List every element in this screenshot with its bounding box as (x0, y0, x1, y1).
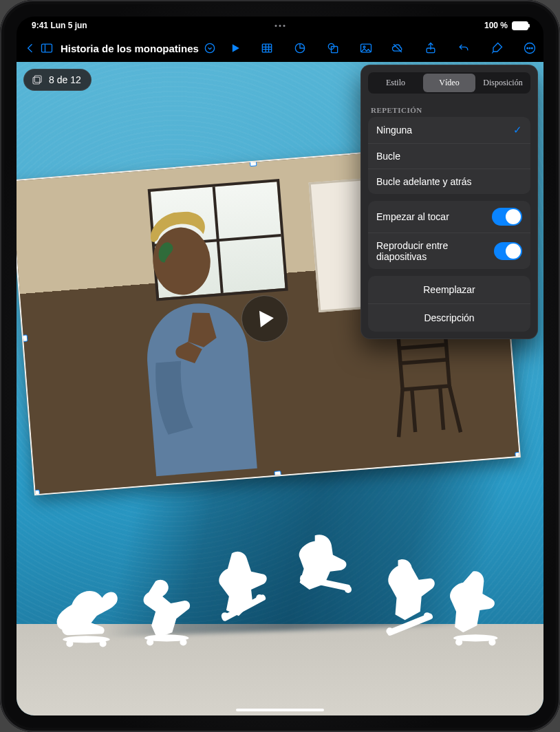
svg-marker-3 (233, 44, 239, 52)
skater-silhouettes (38, 487, 523, 651)
switch-icon[interactable] (494, 242, 522, 260)
svg-rect-0 (42, 44, 52, 52)
play-button[interactable] (225, 38, 246, 58)
app-toolbar: Historia de los monopatines (17, 34, 543, 62)
chart-insert-button[interactable] (290, 38, 310, 58)
repeat-option-loop-back-forth[interactable]: Bucle adelante y atrás (368, 169, 530, 194)
title-dropdown-button[interactable] (203, 38, 217, 58)
svg-point-44 (455, 638, 462, 645)
svg-point-17 (527, 47, 528, 49)
action-list: Reemplazar Descripción (368, 276, 530, 332)
ipad-frame: 9:41 Lun 5 jun 100 % Historia de los mon… (0, 0, 560, 732)
repeat-option-none[interactable]: Ninguna ✓ (368, 117, 530, 144)
option-label: Bucle adelante y atrás (376, 176, 472, 187)
svg-point-38 (300, 577, 307, 584)
table-insert-button[interactable] (257, 38, 277, 58)
toggle-label: Reproducir entre diapositivas (376, 240, 494, 262)
repeat-option-loop[interactable]: Bucle (368, 144, 530, 169)
svg-rect-4 (262, 44, 271, 52)
option-label: Bucle (376, 151, 400, 162)
svg-point-42 (423, 612, 430, 619)
switch-icon[interactable] (492, 208, 522, 226)
svg-point-45 (488, 638, 495, 645)
document-title[interactable]: Historia de los monopatines (61, 43, 199, 54)
action-label: Descripción (424, 312, 474, 323)
slide-canvas[interactable]: 8 de 12 (17, 62, 543, 715)
svg-point-29 (66, 640, 73, 647)
format-inspector-popover: Estilo Vídeo Disposición REPETICIÓN Ning… (360, 65, 538, 339)
status-time-date: 9:41 Lun 5 jun (32, 21, 87, 30)
svg-point-35 (221, 612, 228, 619)
share-button[interactable] (420, 38, 441, 58)
replace-button[interactable]: Reemplazar (368, 276, 530, 304)
svg-point-2 (205, 43, 214, 52)
battery-percent: 100 % (484, 21, 508, 30)
status-date: Lun 5 jun (50, 21, 87, 30)
tab-style[interactable]: Estilo (369, 74, 422, 92)
home-indicator[interactable] (236, 709, 324, 711)
sidebar-toggle-button[interactable] (40, 38, 54, 58)
format-brush-button[interactable] (486, 38, 507, 58)
shape-insert-button[interactable] (323, 38, 343, 58)
svg-point-30 (99, 640, 106, 647)
option-label: Ninguna (376, 125, 412, 136)
screen: 9:41 Lun 5 jun 100 % Historia de los mon… (17, 17, 543, 715)
slides-stack-icon (31, 74, 43, 86)
toggle-play-across-slides[interactable]: Reproducir entre diapositivas (368, 233, 530, 269)
tab-layout[interactable]: Disposición (477, 74, 529, 92)
svg-point-13 (363, 46, 365, 48)
svg-point-32 (147, 638, 153, 645)
slide-navigator-pill[interactable]: 8 de 12 (23, 69, 91, 91)
section-header-repeat: REPETICIÓN (361, 100, 537, 117)
tab-video[interactable]: Vídeo (423, 74, 475, 92)
multitask-dots[interactable] (275, 25, 286, 27)
svg-point-46 (150, 225, 213, 297)
repeat-option-list: Ninguna ✓ Bucle Bucle adelante y atrás (368, 117, 530, 194)
toggle-start-on-tap[interactable]: Empezar al tocar (368, 201, 530, 233)
toggle-label: Empezar al tocar (376, 211, 449, 222)
description-button[interactable]: Descripción (368, 304, 530, 332)
status-time: 9:41 (32, 21, 48, 30)
status-bar: 9:41 Lun 5 jun 100 % (17, 17, 543, 34)
action-label: Reemplazar (423, 284, 475, 295)
status-right: 100 % (484, 21, 528, 30)
svg-point-39 (345, 585, 352, 592)
svg-point-18 (529, 47, 530, 49)
inspector-tabs: Estilo Vídeo Disposición (368, 72, 530, 94)
svg-point-33 (180, 638, 186, 645)
svg-rect-26 (34, 76, 41, 83)
more-button[interactable] (519, 38, 540, 58)
battery-icon (512, 21, 528, 30)
toggle-list: Empezar al tocar Reproducir entre diapos… (368, 201, 530, 269)
undo-button[interactable] (453, 38, 474, 58)
svg-point-41 (386, 627, 393, 634)
collab-cloud-button[interactable] (387, 38, 408, 58)
svg-point-19 (531, 47, 532, 49)
back-button[interactable] (23, 38, 37, 58)
checkmark-icon: ✓ (513, 124, 522, 136)
svg-point-36 (256, 594, 263, 601)
slide-counter-label: 8 de 12 (49, 74, 81, 85)
media-insert-button[interactable] (356, 38, 376, 58)
svg-rect-27 (33, 77, 40, 84)
